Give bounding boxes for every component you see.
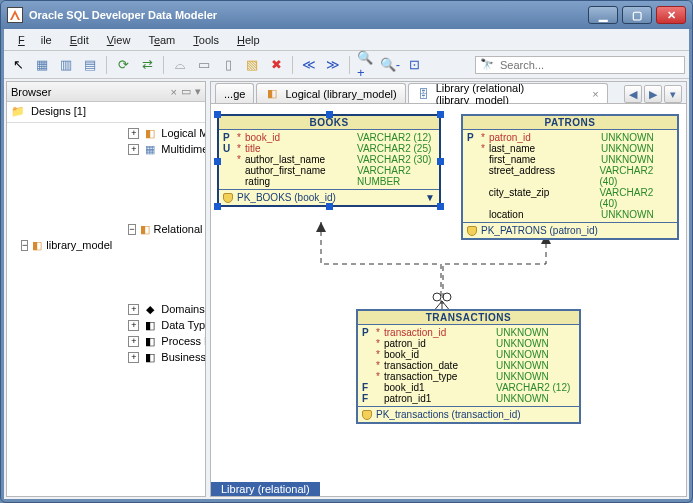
svg-point-2 (433, 293, 441, 301)
key-icon (467, 226, 477, 236)
tab-logical[interactable]: ◧ Logical (library_model) (256, 83, 405, 103)
delete-button[interactable]: ✖ (266, 55, 286, 75)
column-row[interactable]: P*transaction_idUNKNOWN (362, 327, 575, 338)
engineer-button[interactable]: ⇄ (137, 55, 157, 75)
new-table-button[interactable]: ▦ (32, 55, 52, 75)
datatypes-icon: ◧ (143, 318, 157, 332)
close-button[interactable]: ✕ (656, 6, 686, 24)
tree-domains[interactable]: Domains [1] (161, 301, 205, 317)
region-button[interactable]: ▯ (218, 55, 238, 75)
menu-file[interactable]: File (10, 32, 60, 48)
column-row[interactable]: *patron_idUNKNOWN (362, 338, 575, 349)
search-box[interactable]: 🔭 (475, 56, 685, 74)
column-row[interactable]: Fbook_id1VARCHAR2 (12) (362, 382, 575, 393)
tab-list-button[interactable]: ▾ (664, 85, 682, 103)
column-row[interactable]: *transaction_dateUNKNOWN (362, 360, 575, 371)
tree-multi[interactable]: Multidimensional Models (161, 141, 205, 157)
process-icon: ◧ (143, 334, 157, 348)
toolbar: ↖ ▦ ▥ ▤ ⟳ ⇄ ⌓ ▭ ▯ ▧ ✖ ≪ ≫ 🔍+ 🔍- ⊡ 🔭 (4, 51, 689, 79)
diagram-footer-tab[interactable]: Library (relational) (211, 482, 320, 496)
column-row[interactable]: *transaction_typeUNKNOWN (362, 371, 575, 382)
model-icon: ◧ (32, 238, 42, 252)
diagram-panel: ...ge ◧ Logical (library_model) 🗄 Librar… (210, 81, 687, 497)
entity-patrons[interactable]: PATRONS P*patron_idUNKNOWN*last_nameUNKN… (461, 114, 679, 240)
pointer-tool-button[interactable]: ↖ (8, 55, 28, 75)
relational-tab-icon: 🗄 (417, 87, 430, 101)
column-row[interactable]: Fpatron_id1UNKNOWN (362, 393, 575, 404)
menubar: File Edit View Team Tools Help (4, 29, 689, 51)
menu-team[interactable]: Team (140, 32, 183, 48)
entity-trans-pk: PK_transactions (transaction_id) (376, 409, 521, 420)
folder-icon: 📁 (11, 104, 25, 118)
app-icon (7, 7, 23, 23)
fit-button[interactable]: ⊡ (404, 55, 424, 75)
search-input[interactable] (498, 58, 680, 72)
panel-close-icon[interactable]: × (171, 86, 177, 98)
zoom-out-button[interactable]: 🔍- (380, 55, 400, 75)
menu-edit[interactable]: Edit (62, 32, 97, 48)
designs-label[interactable]: Designs [1] (31, 105, 86, 117)
entity-books-title: BOOKS (219, 116, 439, 130)
menu-help[interactable]: Help (229, 32, 268, 48)
zoom-in-button[interactable]: 🔍+ (356, 55, 376, 75)
column-row[interactable]: *author_last_nameVARCHAR2 (30) (223, 154, 435, 165)
key-icon (362, 410, 372, 420)
box-button[interactable]: ▧ (242, 55, 262, 75)
browser-title: Browser (11, 86, 51, 98)
tab-scroll-left[interactable]: ◀ (624, 85, 642, 103)
logical-tab-icon: ◧ (265, 87, 279, 101)
new-view-button[interactable]: ▥ (56, 55, 76, 75)
nav-first-button[interactable]: ≪ (299, 55, 319, 75)
tree-process[interactable]: Process Model (161, 333, 205, 349)
entity-books[interactable]: BOOKS P*book_idVARCHAR2 (12)U*titleVARCH… (217, 114, 441, 207)
key-icon (223, 193, 233, 203)
diagram-canvas[interactable]: BOOKS P*book_idVARCHAR2 (12)U*titleVARCH… (211, 104, 686, 496)
tree-logical[interactable]: Logical Model (161, 125, 205, 141)
column-row[interactable]: U*titleVARCHAR2 (25) (223, 143, 435, 154)
nav-last-button[interactable]: ≫ (323, 55, 343, 75)
binoculars-icon: 🔭 (480, 58, 494, 71)
titlebar: Oracle SQL Developer Data Modeler ▁ ▢ ✕ (1, 1, 692, 29)
entity-trans-title: TRANSACTIONS (358, 311, 579, 325)
column-row[interactable]: *book_idUNKNOWN (362, 349, 575, 360)
note-button[interactable]: ▭ (194, 55, 214, 75)
browser-tree[interactable]: −◧library_model +◧Logical Model +▦Multid… (7, 123, 205, 496)
svg-marker-0 (316, 222, 326, 232)
arc-button[interactable]: ⌓ (170, 55, 190, 75)
minimize-button[interactable]: ▁ (588, 6, 618, 24)
column-row[interactable]: author_first_nameVARCHAR2 (223, 165, 435, 176)
column-row[interactable]: street_addressVARCHAR2 (40) (467, 165, 673, 187)
column-row[interactable]: first_nameUNKNOWN (467, 154, 673, 165)
entity-transactions[interactable]: TRANSACTIONS P*transaction_idUNKNOWN*pat… (356, 309, 581, 424)
domains-icon: ◆ (143, 302, 157, 316)
multi-icon: ▦ (143, 142, 157, 156)
tab-close-icon[interactable]: × (592, 88, 598, 100)
browser-panel: Browser × ▭ ▾ 📁 Designs [1] −◧library_mo… (6, 81, 206, 497)
entity-patrons-pk: PK_PATRONS (patron_id) (481, 225, 598, 236)
svg-point-3 (443, 293, 451, 301)
menu-view[interactable]: View (99, 32, 139, 48)
relational-icon: ◧ (140, 222, 150, 236)
tab-scroll-right[interactable]: ▶ (644, 85, 662, 103)
column-row[interactable]: ratingNUMBER (223, 176, 435, 187)
column-row[interactable]: P*book_idVARCHAR2 (12) (223, 132, 435, 143)
column-row[interactable]: locationUNKNOWN (467, 209, 673, 220)
tree-datatypes[interactable]: Data Types Model (161, 317, 205, 333)
tab-startpage[interactable]: ...ge (215, 83, 254, 103)
maximize-button[interactable]: ▢ (622, 6, 652, 24)
panel-minimize-icon[interactable]: ▭ (181, 85, 191, 98)
column-row[interactable]: city_state_zipVARCHAR2 (40) (467, 187, 673, 209)
tab-relational[interactable]: 🗄 Library (relational) (library_model) × (408, 83, 608, 103)
tree-relational[interactable]: Relational Models [1] (154, 221, 205, 237)
tree-business[interactable]: Business Information (161, 349, 205, 365)
menu-tools[interactable]: Tools (185, 32, 227, 48)
tree-library-model[interactable]: library_model (46, 237, 112, 253)
column-row[interactable]: *last_nameUNKNOWN (467, 143, 673, 154)
panel-menu-icon[interactable]: ▾ (195, 85, 201, 98)
new-fk-button[interactable]: ▤ (80, 55, 100, 75)
entity-patrons-title: PATRONS (463, 116, 677, 130)
column-row[interactable]: P*patron_idUNKNOWN (467, 132, 673, 143)
window-title: Oracle SQL Developer Data Modeler (29, 9, 588, 21)
entity-books-pk: PK_BOOKS (book_id) (237, 192, 336, 203)
convert-button[interactable]: ⟳ (113, 55, 133, 75)
